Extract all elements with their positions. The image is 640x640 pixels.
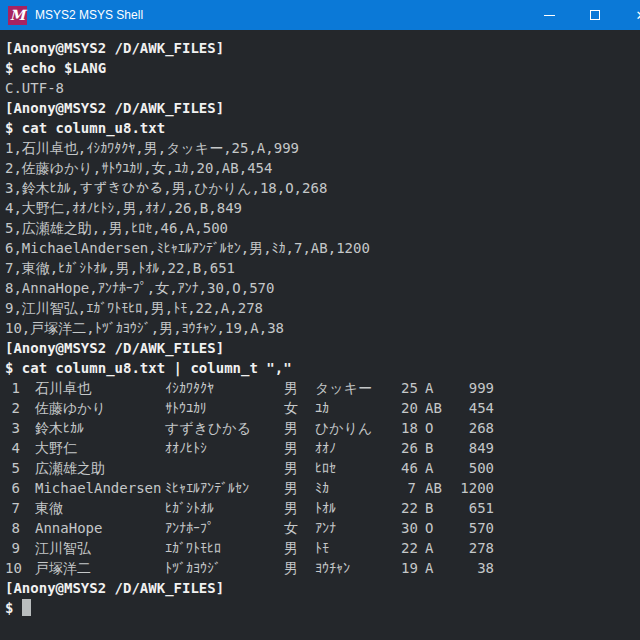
cell-name: 戸塚洋二 (35, 558, 165, 578)
cell-bloodtype: B (425, 438, 449, 458)
output-line: 10,戸塚洋二,ﾄﾂﾞｶﾖｳｼﾞ,男,ﾖｳﾁｬﾝ,19,A,38 (5, 318, 640, 338)
cell-furigana: すずきひかる (165, 418, 284, 438)
cell-sex: 女 (284, 398, 315, 418)
cell-name: MichaelAndersen (35, 478, 165, 498)
cell-sex: 男 (284, 458, 315, 478)
cell-bloodtype: B (425, 498, 449, 518)
cell-age: 22 (401, 498, 416, 518)
cell-callname: ﾕｶ (315, 398, 401, 418)
table-row: 2佐藤ゆかりｻﾄｳﾕｶﾘ女ﾕｶ20AB454 (5, 398, 640, 418)
terminal-screen[interactable]: [Anony@MSYS2 /D/AWK_FILES]$ echo $LANGC.… (0, 30, 640, 640)
cell-name: AnnaHope (35, 518, 165, 538)
command-line: $ cat column_u8.txt | column_t "," (5, 358, 640, 378)
cell-sex: 男 (284, 418, 315, 438)
cell-name: 鈴木ﾋｶﾙ (35, 418, 165, 438)
cell-furigana: ﾋｶﾞｼﾄｵﾙ (165, 498, 284, 518)
cell-id: 1 (5, 378, 20, 398)
cell-callname: ｵｵﾉ (315, 438, 401, 458)
cell-name: 広瀬雄之助 (35, 458, 165, 478)
cell-age: 25 (401, 378, 416, 398)
cell-sex: 女 (284, 518, 315, 538)
cell-id: 3 (5, 418, 20, 438)
cell-bloodtype: AB (425, 478, 449, 498)
cell-callname: ﾄｵﾙ (315, 498, 401, 518)
cell-callname: ﾋﾛｾ (315, 458, 401, 478)
minimize-icon (544, 15, 555, 16)
cell-points: 454 (449, 398, 494, 418)
cell-points: 849 (449, 438, 494, 458)
cell-age: 7 (401, 478, 416, 498)
cell-points: 999 (449, 378, 494, 398)
minimize-button[interactable] (526, 0, 572, 30)
cell-id: 8 (5, 518, 20, 538)
cell-furigana: ﾐﾋｬｴﾙｱﾝﾃﾞﾙｾﾝ (165, 478, 284, 498)
table-row: 1石川卓也ｲｼｶﾜﾀｸﾔ男タッキー25A999 (5, 378, 640, 398)
cell-sex: 男 (284, 378, 315, 398)
prompt-line: [Anony@MSYS2 /D/AWK_FILES] (5, 338, 640, 358)
cell-id: 10 (5, 558, 20, 578)
cell-points: 268 (449, 418, 494, 438)
prompt-input-line: $ (5, 598, 640, 618)
cell-age: 18 (401, 418, 416, 438)
cell-bloodtype: A (425, 458, 449, 478)
maximize-icon (590, 10, 600, 20)
cell-id: 6 (5, 478, 20, 498)
window-controls: ✕ (526, 0, 640, 30)
cell-bloodtype: A (425, 538, 449, 558)
cell-furigana: ｻﾄｳﾕｶﾘ (165, 398, 284, 418)
cell-callname: ﾄﾓ (315, 538, 401, 558)
cell-name: 佐藤ゆかり (35, 398, 165, 418)
cell-bloodtype: A (425, 558, 449, 578)
cell-sex: 男 (284, 498, 315, 518)
table-row: 10戸塚洋二ﾄﾂﾞｶﾖｳｼﾞ男ﾖｳﾁｬﾝ19A38 (5, 558, 640, 578)
output-line: C.UTF-8 (5, 78, 640, 98)
cell-bloodtype: O (425, 418, 449, 438)
cell-age: 30 (401, 518, 416, 538)
table-row: 8AnnaHopeｱﾝﾅﾎｰﾌﾟ女ｱﾝﾅ30O570 (5, 518, 640, 538)
cell-points: 651 (449, 498, 494, 518)
output-line: 6,MichaelAndersen,ﾐﾋｬｴﾙｱﾝﾃﾞﾙｾﾝ,男,ﾐｶ,7,AB… (5, 238, 640, 258)
close-button[interactable]: ✕ (618, 0, 640, 30)
cell-age: 26 (401, 438, 416, 458)
prompt-line: [Anony@MSYS2 /D/AWK_FILES] (5, 98, 640, 118)
table-row: 5広瀬雄之助男ﾋﾛｾ46A500 (5, 458, 640, 478)
maximize-button[interactable] (572, 0, 618, 30)
output-line: 8,AnnaHope,ｱﾝﾅﾎｰﾌﾟ,女,ｱﾝﾅ,30,O,570 (5, 278, 640, 298)
cell-furigana: ｵｵﾉﾋﾄｼ (165, 438, 284, 458)
output-line: 3,鈴木ﾋｶﾙ,すずきひかる,男,ひかりん,18,O,268 (5, 178, 640, 198)
cell-name: 石川卓也 (35, 378, 165, 398)
table-row: 9江川智弘ｴｶﾞﾜﾄﾓﾋﾛ男ﾄﾓ22A278 (5, 538, 640, 558)
output-line: 5,広瀬雄之助,,男,ﾋﾛｾ,46,A,500 (5, 218, 640, 238)
cell-furigana: ｴｶﾞﾜﾄﾓﾋﾛ (165, 538, 284, 558)
prompt-dollar: $ (5, 600, 13, 616)
cell-furigana (165, 458, 284, 478)
output-line: 4,大野仁,ｵｵﾉﾋﾄｼ,男,ｵｵﾉ,26,B,849 (5, 198, 640, 218)
window-title: MSYS2 MSYS Shell (35, 8, 526, 22)
cell-furigana: ｲｼｶﾜﾀｸﾔ (165, 378, 284, 398)
prompt-line: [Anony@MSYS2 /D/AWK_FILES] (5, 578, 640, 598)
cell-callname: ｱﾝﾅ (315, 518, 401, 538)
cell-callname: ﾖｳﾁｬﾝ (315, 558, 401, 578)
command-line: $ echo $LANG (5, 58, 640, 78)
prompt-line: [Anony@MSYS2 /D/AWK_FILES] (5, 38, 640, 58)
cell-points: 1200 (449, 478, 494, 498)
output-line: 7,東徹,ﾋｶﾞｼﾄｵﾙ,男,ﾄｵﾙ,22,B,651 (5, 258, 640, 278)
cell-bloodtype: O (425, 518, 449, 538)
cell-points: 570 (449, 518, 494, 538)
cell-bloodtype: A (425, 378, 449, 398)
title-bar[interactable]: M MSYS2 MSYS Shell ✕ (0, 0, 640, 30)
cell-furigana: ﾄﾂﾞｶﾖｳｼﾞ (165, 558, 284, 578)
cell-sex: 男 (284, 558, 315, 578)
cell-callname: ﾐｶ (315, 478, 401, 498)
cell-id: 4 (5, 438, 20, 458)
table-row: 7東徹ﾋｶﾞｼﾄｵﾙ男ﾄｵﾙ22B651 (5, 498, 640, 518)
cell-callname: ひかりん (315, 418, 401, 438)
cell-id: 2 (5, 398, 20, 418)
cell-sex: 男 (284, 438, 315, 458)
text-cursor (22, 599, 31, 616)
cell-name: 江川智弘 (35, 538, 165, 558)
cell-sex: 男 (284, 478, 315, 498)
table-row: 6MichaelAndersenﾐﾋｬｴﾙｱﾝﾃﾞﾙｾﾝ男ﾐｶ7AB1200 (5, 478, 640, 498)
cell-bloodtype: AB (425, 398, 449, 418)
cell-points: 500 (449, 458, 494, 478)
